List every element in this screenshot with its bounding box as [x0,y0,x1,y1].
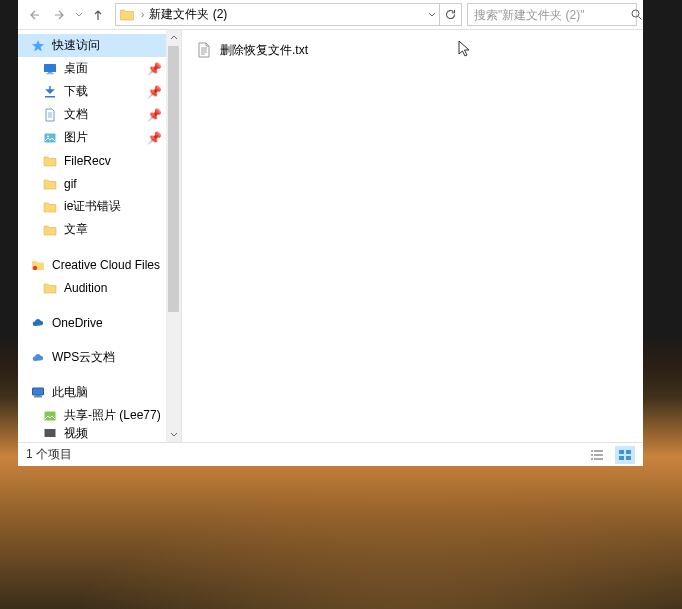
svg-rect-10 [34,396,42,398]
sidebar-item-audition[interactable]: Audition [18,276,166,299]
sidebar-item-documents[interactable]: 文档 📌 [18,103,166,126]
sidebar-item-label: FileRecv [64,154,111,168]
breadcrumb-separator: › [138,9,147,20]
mouse-cursor [458,40,472,61]
address-toolbar: › 新建文件夹 (2) [18,0,643,30]
monitor-icon [42,61,58,77]
address-dropdown[interactable] [423,11,439,19]
video-icon [42,427,58,439]
sidebar-item-creative-cloud[interactable]: Creative Cloud Files [18,253,166,276]
details-icon [590,449,604,461]
folder-icon [42,199,58,215]
search-button[interactable] [630,8,643,21]
chevron-down-icon [170,430,178,438]
sidebar-item-label: ie证书错误 [64,198,121,215]
sidebar-item-gif[interactable]: gif [18,172,166,195]
sidebar-item-label: gif [64,177,77,191]
folder-icon [119,7,135,23]
svg-rect-16 [626,456,631,460]
folder-icon [42,280,58,296]
search-box [467,3,637,26]
nav-history-dropdown[interactable] [74,3,84,27]
document-icon [42,107,58,123]
svg-point-6 [47,135,49,137]
svg-rect-13 [619,450,624,454]
arrow-left-icon [27,8,41,22]
explorer-body: 快速访问 桌面 📌 下载 📌 文档 📌 图片 📌 [18,30,643,442]
svg-rect-11 [45,411,56,420]
sidebar-item-articles[interactable]: 文章 [18,218,166,241]
sidebar-item-shared-photos[interactable]: 共享-照片 (Lee77) [18,404,166,427]
sidebar-item-onedrive[interactable]: OneDrive [18,311,166,334]
svg-rect-4 [45,96,55,98]
sidebar-item-label: 桌面 [64,60,88,77]
refresh-icon [444,8,457,21]
sidebar-item-label: 文章 [64,221,88,238]
svg-rect-12 [45,429,56,437]
search-input[interactable] [468,8,630,22]
sidebar-item-label: 视频 [64,427,88,439]
search-icon [630,8,643,21]
scroll-up-button[interactable] [166,30,181,46]
pin-icon: 📌 [147,62,162,76]
sidebar-item-pictures[interactable]: 图片 📌 [18,126,166,149]
pin-icon: 📌 [147,131,162,145]
file-item[interactable]: 删除恢复文件.txt [196,40,629,60]
svg-rect-14 [626,450,631,454]
folder-icon [42,222,58,238]
sidebar-item-iecert[interactable]: ie证书错误 [18,195,166,218]
item-count: 1 个项目 [26,446,579,463]
svg-rect-3 [47,73,54,74]
breadcrumb-current[interactable]: 新建文件夹 (2) [147,6,423,23]
sidebar-item-this-pc[interactable]: 此电脑 [18,381,166,404]
download-icon [42,84,58,100]
details-view-button[interactable] [587,446,607,464]
svg-rect-9 [36,395,41,396]
svg-rect-15 [619,456,624,460]
refresh-button[interactable] [439,4,461,25]
scroll-thumb[interactable] [168,46,179,312]
icons-view-button[interactable] [615,446,635,464]
svg-rect-8 [33,388,44,395]
nav-up-button[interactable] [86,3,110,27]
sidebar-item-label: 共享-照片 (Lee77) [64,407,161,424]
picture-icon [42,408,58,424]
sidebar-item-label: Audition [64,281,107,295]
sidebar-item-videos[interactable]: 视频 [18,427,166,439]
sidebar-item-label: 快速访问 [52,37,100,54]
pin-icon: 📌 [147,108,162,122]
file-explorer-window: › 新建文件夹 (2) 快速访问 桌面 📌 [18,0,643,466]
sidebar-item-downloads[interactable]: 下载 📌 [18,80,166,103]
sidebar-item-label: WPS云文档 [52,349,115,366]
folder-icon [42,176,58,192]
scroll-down-button[interactable] [166,426,181,442]
sidebar-item-label: Creative Cloud Files [52,258,160,272]
computer-icon [30,385,46,401]
text-file-icon [196,42,212,58]
sidebar-item-wps-cloud[interactable]: WPS云文档 [18,346,166,369]
nav-back-button[interactable] [22,3,46,27]
sidebar-item-label: 文档 [64,106,88,123]
chevron-down-icon [75,11,83,19]
sidebar-item-label: 下载 [64,83,88,100]
sidebar-item-desktop[interactable]: 桌面 📌 [18,57,166,80]
cloud-icon [30,315,46,331]
file-list-pane[interactable]: 删除恢复文件.txt [182,30,643,442]
scroll-track[interactable] [166,46,181,426]
nav-scrollbar [166,30,182,442]
creative-cloud-icon [30,257,46,273]
arrow-up-icon [91,8,105,22]
pin-icon: 📌 [147,85,162,99]
sidebar-item-label: 此电脑 [52,384,88,401]
address-bar[interactable]: › 新建文件夹 (2) [115,3,462,26]
large-icons-icon [618,449,632,461]
star-icon [30,38,46,54]
svg-rect-5 [45,133,56,142]
file-name: 删除恢复文件.txt [220,42,308,59]
nav-forward-button[interactable] [48,3,72,27]
folder-icon [42,153,58,169]
sidebar-item-quick-access[interactable]: 快速访问 [18,34,166,57]
chevron-up-icon [170,34,178,42]
navigation-pane: 快速访问 桌面 📌 下载 📌 文档 📌 图片 📌 [18,30,166,442]
sidebar-item-filerecv[interactable]: FileRecv [18,149,166,172]
